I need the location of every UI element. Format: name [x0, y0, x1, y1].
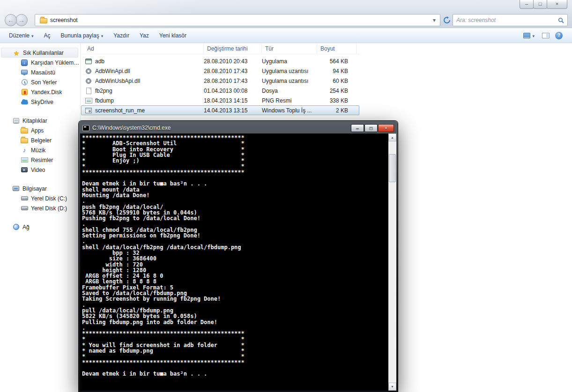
sidebar-section-libraries[interactable]: Kitaplıklar [0, 116, 80, 126]
column-header-date[interactable]: Değiştirme tarihi [204, 43, 262, 54]
sidebar-item-label: Karşıdan Yüklemeler [31, 59, 80, 66]
search-icon [558, 17, 564, 23]
recent-places-icon [21, 79, 28, 86]
sidebar-item-label: Müzik [31, 147, 45, 154]
sidebar-item-label: Video [31, 167, 45, 173]
file-name: fb2png [95, 88, 112, 94]
sidebar-item-desktop[interactable]: Masaüstü [0, 67, 80, 77]
sidebar-item-label: Son Yerler [31, 79, 57, 86]
refresh-icon [443, 16, 451, 24]
search-input[interactable] [453, 17, 558, 23]
sidebar-item-documents[interactable]: Belgeler [0, 135, 80, 145]
preview-pane-button[interactable] [542, 33, 550, 38]
minimize-button[interactable]: – [520, 0, 534, 9]
column-header-size[interactable]: Boyut [317, 43, 357, 54]
refresh-button[interactable] [442, 15, 452, 25]
menu-label: Yaz [140, 32, 149, 39]
sidebar-item-pictures[interactable]: Resimler [0, 155, 80, 165]
file-date: 28.08.2010 17:43 [204, 68, 262, 74]
application-icon [85, 58, 92, 65]
help-button[interactable]: ? [555, 32, 563, 39]
cmd-maximize-button[interactable]: □ [364, 124, 378, 132]
sidebar-section-label: Bilgisayar [22, 185, 47, 192]
table-row[interactable]: fb2png 01.04.2013 00:08 Dosya 254 KB [81, 86, 359, 96]
cmd-close-button[interactable]: × [378, 124, 394, 132]
folder-icon [21, 127, 28, 134]
dll-icon [85, 77, 92, 85]
cmd-title-text: C:\Windows\system32\cmd.exe [92, 125, 171, 131]
table-row-selected[interactable]: screenshot_run_me 14.04.2013 13:15 Windo… [81, 105, 359, 115]
column-header-name[interactable]: Ad [84, 43, 204, 54]
console-scrollbar[interactable]: ▲ ▼ [388, 133, 396, 391]
file-type: Uygulama uzantısı [262, 78, 317, 84]
menu-label: Yazdır [113, 32, 129, 39]
pictures-icon [21, 156, 28, 164]
breadcrumb[interactable]: screenshot [37, 16, 81, 24]
downloads-icon: ↓ [21, 59, 28, 67]
sidebar-section-favorites[interactable]: ★ Sık Kullanılanlar [1, 48, 78, 58]
sidebar-item-yandex-disk[interactable]: Yandex.Disk [0, 87, 80, 97]
sidebar-item-apps[interactable]: Apps [0, 126, 80, 135]
breadcrumb-bar[interactable]: screenshot ▾ [35, 14, 440, 26]
scroll-down-button[interactable]: ▼ [388, 383, 396, 391]
file-name: screenshot_run_me [95, 107, 145, 114]
cloud-icon [21, 98, 28, 106]
cmd-window-controls: – □ × [351, 124, 394, 132]
sidebar-item-downloads[interactable]: ↓ Karşıdan Yüklemeler [0, 58, 80, 67]
table-row[interactable]: AdbWinApi.dll 28.08.2010 17:43 Uygulama … [81, 66, 359, 76]
sidebar-item-local-disk-c[interactable]: Yerel Disk (C:) [0, 193, 80, 203]
sidebar-item-label: SkyDrive [31, 99, 53, 105]
sidebar-item-recent-places[interactable]: Son Yerler [0, 77, 80, 87]
folder-icon [40, 18, 47, 23]
cmd-title-bar[interactable]: C:\Windows\system32\cmd.exe – □ × [80, 122, 396, 133]
menu-yeni-klasor[interactable]: Yeni klasör [154, 30, 192, 41]
cmd-console: ****************************************… [80, 133, 396, 391]
scrollbar-thumb[interactable] [389, 154, 396, 182]
menu-label: Düzenle [9, 32, 30, 39]
sidebar-section-computer[interactable]: Bilgisayar [0, 184, 80, 193]
sidebar-item-video[interactable]: ▸ Video [0, 165, 80, 175]
scroll-up-button[interactable]: ▲ [388, 133, 396, 141]
explorer-window-chrome[interactable]: – □ × ← → screenshot ▾ [0, 0, 572, 28]
address-dropdown-button[interactable]: ▾ [431, 17, 438, 23]
toolbar-right: ▾ ? [521, 31, 563, 40]
sidebar-item-local-disk-d[interactable]: Yerel Disk (D:) [0, 203, 80, 213]
sidebar-section-network[interactable]: Ağ [0, 222, 80, 232]
menu-yaz[interactable]: Yaz [134, 30, 154, 41]
close-button[interactable]: × [547, 0, 567, 9]
sidebar-item-skydrive[interactable]: SkyDrive [0, 97, 80, 107]
menu-ac[interactable]: Aç [39, 30, 56, 41]
chevron-down-icon: ▾ [31, 34, 34, 38]
file-type: Windows Toplu İş ... [262, 107, 317, 114]
chevron-down-icon: ▾ [532, 34, 535, 38]
breadcrumb-label: screenshot [50, 17, 78, 23]
file-icon [85, 87, 92, 95]
cmd-minimize-button[interactable]: – [351, 124, 364, 132]
table-row[interactable]: adb 28.08.2010 20:43 Uygulama 564 KB [81, 56, 359, 66]
libraries-icon [12, 117, 20, 125]
column-headers: Ad Değiştirme tarihi Tür Boyut [81, 43, 360, 54]
menu-bununla-paylas[interactable]: Bununla paylaş ▾ [56, 30, 109, 41]
file-size: 564 KB [317, 58, 357, 65]
file-date: 14.04.2013 13:15 [204, 107, 262, 114]
maximize-button[interactable]: □ [533, 0, 547, 9]
command-bar: Düzenle ▾ Aç Bununla paylaş ▾ Yazdır Yaz… [0, 28, 572, 43]
menu-label: Aç [44, 32, 51, 39]
file-date: 28.08.2010 17:43 [204, 78, 262, 84]
file-size: 254 KB [317, 88, 357, 94]
table-row[interactable]: AdbWinUsbApi.dll 28.08.2010 17:43 Uygula… [81, 76, 359, 86]
file-type: Uygulama [262, 58, 317, 65]
change-view-button[interactable]: ▾ [521, 31, 536, 40]
folder-icon [21, 137, 28, 144]
file-type: Dosya [262, 88, 317, 94]
table-row[interactable]: fbdump 18.04.2013 14:15 PNG Resmi 338 KB [81, 96, 359, 105]
file-size: 2 KB [317, 107, 357, 114]
menu-duzenle[interactable]: Düzenle ▾ [4, 30, 39, 41]
forward-button[interactable]: → [15, 14, 28, 26]
back-button[interactable]: ← [5, 14, 17, 26]
sidebar-item-music[interactable]: ♪ Müzik [0, 145, 80, 155]
column-header-type[interactable]: Tür [262, 43, 317, 54]
menu-label: Bununla paylaş [61, 32, 99, 39]
console-output: ****************************************… [82, 135, 386, 391]
menu-yazdir[interactable]: Yazdır [108, 30, 134, 41]
